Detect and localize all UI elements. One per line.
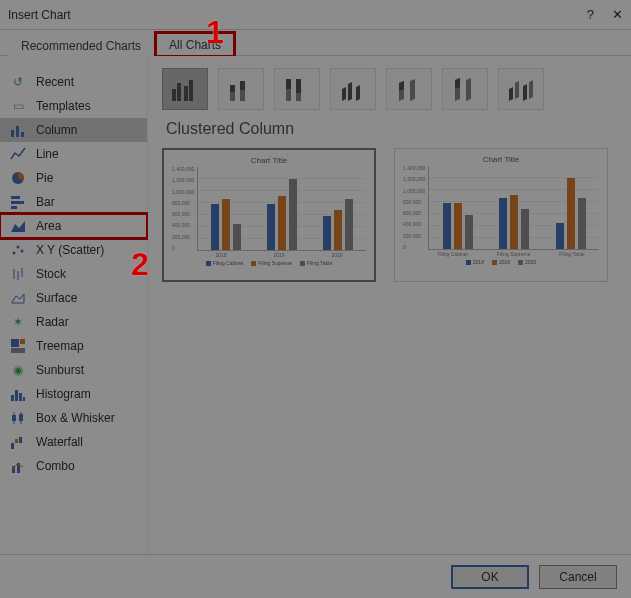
subtype-3d-100-stacked-column[interactable] — [442, 68, 488, 110]
sidebar-item-bar[interactable]: Bar — [0, 190, 147, 214]
svg-marker-52 — [509, 87, 513, 101]
svg-rect-27 — [15, 439, 18, 443]
sidebar-item-label: Bar — [36, 195, 55, 209]
subtype-title: Clustered Column — [166, 120, 617, 138]
sidebar-item-label: Treemap — [36, 339, 84, 353]
svg-rect-36 — [230, 85, 235, 92]
sidebar-item-label: Combo — [36, 459, 75, 473]
svg-marker-54 — [523, 84, 527, 101]
svg-marker-48 — [410, 79, 415, 101]
combo-icon — [10, 458, 26, 474]
svg-rect-34 — [189, 80, 193, 101]
sidebar-item-label: Pie — [36, 171, 53, 185]
sidebar-item-scatter[interactable]: X Y (Scatter) — [0, 238, 147, 262]
svg-marker-45 — [356, 85, 360, 101]
svg-rect-42 — [296, 79, 301, 93]
recent-icon: ↺ — [10, 74, 26, 90]
sidebar-item-boxwhisker[interactable]: Box & Whisker — [0, 406, 147, 430]
help-button[interactable]: ? — [587, 7, 594, 22]
svg-marker-7 — [11, 221, 25, 232]
footer: OK Cancel — [0, 554, 631, 598]
treemap-icon — [10, 338, 26, 354]
ok-button[interactable]: OK — [451, 565, 529, 589]
sidebar-item-combo[interactable]: Combo — [0, 454, 147, 478]
titlebar: Insert Chart ? ✕ — [0, 0, 631, 30]
chart-preview-2[interactable]: Chart Title 1,400,0001,200,0001,000,0008… — [394, 148, 608, 282]
svg-marker-14 — [12, 294, 24, 303]
sidebar-item-sunburst[interactable]: ◉Sunburst — [0, 358, 147, 382]
sidebar-item-templates[interactable]: ▭Templates — [0, 94, 147, 118]
tab-recommended-charts[interactable]: Recommended Charts — [8, 34, 154, 56]
svg-rect-4 — [11, 196, 20, 199]
svg-rect-25 — [19, 414, 23, 421]
sidebar: ↺Recent ▭Templates Column Line Pie Bar A… — [0, 56, 148, 554]
svg-rect-0 — [11, 130, 14, 137]
sidebar-item-label: Line — [36, 147, 59, 161]
callout-1: 1 — [206, 14, 224, 51]
sidebar-item-label: Stock — [36, 267, 66, 281]
svg-rect-20 — [19, 393, 22, 401]
sidebar-item-surface[interactable]: Surface — [0, 286, 147, 310]
svg-rect-40 — [286, 79, 291, 89]
subtype-3d-column[interactable] — [498, 68, 544, 110]
main-pane: Clustered Column Chart Title 1,400,0001,… — [148, 56, 631, 554]
pie-icon — [10, 170, 26, 186]
svg-rect-17 — [11, 348, 25, 353]
sidebar-item-label: Recent — [36, 75, 74, 89]
svg-rect-15 — [11, 339, 19, 347]
preview-title: Chart Title — [403, 155, 599, 164]
preview-title: Chart Title — [172, 156, 366, 165]
sidebar-item-area[interactable]: Area — [0, 214, 147, 238]
boxwhisker-icon — [10, 410, 26, 426]
surface-icon — [10, 290, 26, 306]
sidebar-item-waterfall[interactable]: Waterfall — [0, 430, 147, 454]
svg-rect-28 — [19, 437, 22, 443]
close-button[interactable]: ✕ — [612, 7, 623, 22]
scatter-icon — [10, 242, 26, 258]
sidebar-item-label: Box & Whisker — [36, 411, 115, 425]
sidebar-item-recent[interactable]: ↺Recent — [0, 70, 147, 94]
sidebar-item-label: Column — [36, 123, 77, 137]
svg-marker-55 — [529, 80, 533, 99]
sidebar-item-label: Waterfall — [36, 435, 83, 449]
svg-marker-53 — [515, 81, 519, 99]
stock-icon — [10, 266, 26, 282]
line-icon — [10, 146, 26, 162]
sidebar-item-label: Radar — [36, 315, 69, 329]
sidebar-item-pie[interactable]: Pie — [0, 166, 147, 190]
sidebar-item-label: Surface — [36, 291, 77, 305]
sidebar-item-stock[interactable]: Stock — [0, 262, 147, 286]
sidebar-item-treemap[interactable]: Treemap — [0, 334, 147, 358]
bar-icon — [10, 194, 26, 210]
svg-point-9 — [17, 246, 20, 249]
svg-rect-33 — [184, 86, 188, 101]
svg-rect-18 — [11, 395, 14, 401]
svg-marker-51 — [466, 78, 471, 101]
sidebar-item-label: Sunburst — [36, 363, 84, 377]
subtype-100-stacked-column[interactable] — [274, 68, 320, 110]
chart-preview-1[interactable]: Chart Title 1,400,0001,200,0001,000,0008… — [162, 148, 376, 282]
svg-rect-19 — [15, 390, 18, 401]
subtype-3d-clustered-column[interactable] — [330, 68, 376, 110]
sidebar-item-label: Templates — [36, 99, 91, 113]
radar-icon: ✶ — [10, 314, 26, 330]
sidebar-item-histogram[interactable]: Histogram — [0, 382, 147, 406]
area-icon — [10, 218, 26, 234]
svg-point-8 — [13, 252, 16, 255]
waterfall-icon — [10, 434, 26, 450]
subtype-3d-stacked-column[interactable] — [386, 68, 432, 110]
svg-rect-6 — [11, 206, 17, 209]
cancel-button[interactable]: Cancel — [539, 565, 617, 589]
subtype-clustered-column[interactable] — [162, 68, 208, 110]
svg-rect-38 — [240, 81, 245, 90]
svg-marker-44 — [348, 82, 352, 101]
svg-rect-2 — [21, 132, 24, 137]
sidebar-item-column[interactable]: Column — [0, 118, 147, 142]
sidebar-item-label: Histogram — [36, 387, 91, 401]
sidebar-item-label: X Y (Scatter) — [36, 243, 104, 257]
subtype-stacked-column[interactable] — [218, 68, 264, 110]
sidebar-item-line[interactable]: Line — [0, 142, 147, 166]
sidebar-item-radar[interactable]: ✶Radar — [0, 310, 147, 334]
svg-rect-31 — [172, 89, 176, 101]
subtype-row — [162, 68, 617, 110]
